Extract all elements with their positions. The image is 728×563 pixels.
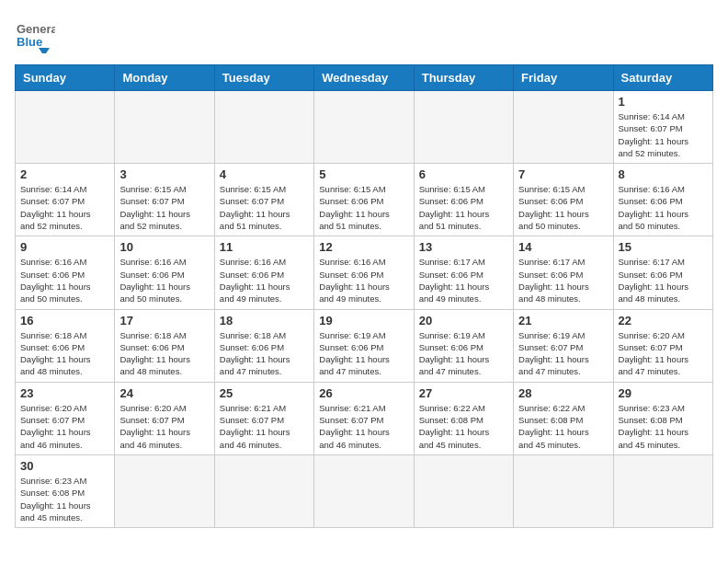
calendar-cell [16,91,115,164]
day-info: Sunrise: 6:22 AM Sunset: 6:08 PM Dayligh… [518,402,608,451]
calendar-cell: 12Sunrise: 6:16 AM Sunset: 6:06 PM Dayli… [314,236,414,309]
logo-icon: General Blue [15,15,55,55]
day-number: 8 [619,167,708,181]
calendar-cell: 1Sunrise: 6:14 AM Sunset: 6:07 PM Daylig… [613,91,712,164]
day-info: Sunrise: 6:15 AM Sunset: 6:07 PM Dayligh… [220,183,309,232]
logo: General Blue [15,15,55,55]
day-info: Sunrise: 6:18 AM Sunset: 6:06 PM Dayligh… [220,329,309,378]
day-header-sunday: Sunday [16,65,115,91]
day-number: 3 [119,167,209,181]
calendar-cell [115,91,214,164]
calendar-cell: 5Sunrise: 6:15 AM Sunset: 6:06 PM Daylig… [314,164,414,236]
day-number: 2 [20,167,109,181]
calendar-cell [314,91,414,164]
day-header-thursday: Thursday [414,65,513,91]
day-number: 12 [319,240,408,254]
calendar-cell: 4Sunrise: 6:15 AM Sunset: 6:07 PM Daylig… [214,164,313,236]
calendar-cell: 16Sunrise: 6:18 AM Sunset: 6:06 PM Dayli… [16,309,115,382]
calendar-week-row: 2Sunrise: 6:14 AM Sunset: 6:07 PM Daylig… [16,164,713,236]
day-info: Sunrise: 6:19 AM Sunset: 6:06 PM Dayligh… [319,329,408,378]
day-info: Sunrise: 6:14 AM Sunset: 6:07 PM Dayligh… [20,183,109,232]
calendar-week-row: 23Sunrise: 6:20 AM Sunset: 6:07 PM Dayli… [16,382,713,454]
day-info: Sunrise: 6:17 AM Sunset: 6:06 PM Dayligh… [619,256,708,304]
calendar-cell [414,454,513,527]
calendar-cell: 10Sunrise: 6:16 AM Sunset: 6:06 PM Dayli… [115,236,214,309]
calendar-cell: 18Sunrise: 6:18 AM Sunset: 6:06 PM Dayli… [214,309,313,382]
day-number: 6 [419,167,508,181]
calendar-cell: 8Sunrise: 6:16 AM Sunset: 6:06 PM Daylig… [613,164,712,236]
calendar-cell: 26Sunrise: 6:21 AM Sunset: 6:07 PM Dayli… [314,382,414,454]
day-number: 29 [619,386,708,400]
calendar-cell: 14Sunrise: 6:17 AM Sunset: 6:06 PM Dayli… [514,236,613,309]
day-info: Sunrise: 6:15 AM Sunset: 6:06 PM Dayligh… [518,183,608,232]
calendar-cell: 24Sunrise: 6:20 AM Sunset: 6:07 PM Dayli… [115,382,214,454]
calendar-cell: 13Sunrise: 6:17 AM Sunset: 6:06 PM Dayli… [414,236,513,309]
calendar-cell: 11Sunrise: 6:16 AM Sunset: 6:06 PM Dayli… [214,236,313,309]
day-number: 23 [20,386,109,400]
calendar-header-row: SundayMondayTuesdayWednesdayThursdayFrid… [16,65,713,91]
header: General Blue [15,15,713,55]
day-number: 7 [518,167,608,181]
day-number: 15 [619,240,708,254]
calendar-cell [414,91,513,164]
calendar-cell: 6Sunrise: 6:15 AM Sunset: 6:06 PM Daylig… [414,164,513,236]
day-number: 30 [20,459,109,473]
calendar-cell: 7Sunrise: 6:15 AM Sunset: 6:06 PM Daylig… [514,164,613,236]
day-number: 10 [119,240,209,254]
calendar-cell [514,91,613,164]
day-number: 11 [220,240,309,254]
day-info: Sunrise: 6:14 AM Sunset: 6:07 PM Dayligh… [619,110,708,159]
day-number: 24 [119,386,209,400]
day-info: Sunrise: 6:17 AM Sunset: 6:06 PM Dayligh… [419,256,508,304]
calendar-cell [214,454,313,527]
calendar-cell: 20Sunrise: 6:19 AM Sunset: 6:06 PM Dayli… [414,309,513,382]
day-info: Sunrise: 6:15 AM Sunset: 6:07 PM Dayligh… [119,183,209,232]
day-number: 25 [220,386,309,400]
day-number: 28 [518,386,608,400]
day-header-wednesday: Wednesday [314,65,414,91]
day-info: Sunrise: 6:15 AM Sunset: 6:06 PM Dayligh… [319,183,408,232]
calendar-cell: 30Sunrise: 6:23 AM Sunset: 6:08 PM Dayli… [16,454,115,527]
calendar-cell: 22Sunrise: 6:20 AM Sunset: 6:07 PM Dayli… [613,309,712,382]
day-header-tuesday: Tuesday [214,65,313,91]
day-info: Sunrise: 6:16 AM Sunset: 6:06 PM Dayligh… [20,256,109,304]
day-info: Sunrise: 6:23 AM Sunset: 6:08 PM Dayligh… [619,402,708,451]
calendar-cell: 3Sunrise: 6:15 AM Sunset: 6:07 PM Daylig… [115,164,214,236]
day-info: Sunrise: 6:16 AM Sunset: 6:06 PM Dayligh… [319,256,408,304]
calendar-cell [214,91,313,164]
day-number: 22 [619,314,708,327]
day-number: 27 [419,386,508,400]
svg-text:General: General [17,22,55,36]
calendar-table: SundayMondayTuesdayWednesdayThursdayFrid… [15,64,713,528]
calendar-cell: 27Sunrise: 6:22 AM Sunset: 6:08 PM Dayli… [414,382,513,454]
day-number: 14 [518,240,608,254]
day-info: Sunrise: 6:16 AM Sunset: 6:06 PM Dayligh… [220,256,309,304]
calendar-cell: 19Sunrise: 6:19 AM Sunset: 6:06 PM Dayli… [314,309,414,382]
calendar-cell: 28Sunrise: 6:22 AM Sunset: 6:08 PM Dayli… [514,382,613,454]
calendar-week-row: 30Sunrise: 6:23 AM Sunset: 6:08 PM Dayli… [16,454,713,527]
calendar-cell [514,454,613,527]
day-header-monday: Monday [115,65,214,91]
calendar-week-row: 1Sunrise: 6:14 AM Sunset: 6:07 PM Daylig… [16,91,713,164]
day-info: Sunrise: 6:17 AM Sunset: 6:06 PM Dayligh… [518,256,608,304]
calendar-cell: 29Sunrise: 6:23 AM Sunset: 6:08 PM Dayli… [613,382,712,454]
day-number: 1 [619,95,708,109]
day-info: Sunrise: 6:22 AM Sunset: 6:08 PM Dayligh… [419,402,508,451]
svg-text:Blue: Blue [17,35,42,49]
calendar-cell: 15Sunrise: 6:17 AM Sunset: 6:06 PM Dayli… [613,236,712,309]
day-number: 9 [20,240,109,254]
day-header-friday: Friday [514,65,613,91]
day-info: Sunrise: 6:20 AM Sunset: 6:07 PM Dayligh… [119,402,209,451]
day-number: 18 [220,314,309,327]
day-info: Sunrise: 6:23 AM Sunset: 6:08 PM Dayligh… [20,475,109,523]
day-info: Sunrise: 6:16 AM Sunset: 6:06 PM Dayligh… [619,183,708,232]
calendar-cell: 23Sunrise: 6:20 AM Sunset: 6:07 PM Dayli… [16,382,115,454]
calendar-cell [314,454,414,527]
day-number: 13 [419,240,508,254]
calendar-cell: 21Sunrise: 6:19 AM Sunset: 6:07 PM Dayli… [514,309,613,382]
day-info: Sunrise: 6:19 AM Sunset: 6:07 PM Dayligh… [518,329,608,378]
day-number: 21 [518,314,608,327]
calendar-cell: 2Sunrise: 6:14 AM Sunset: 6:07 PM Daylig… [16,164,115,236]
day-info: Sunrise: 6:15 AM Sunset: 6:06 PM Dayligh… [419,183,508,232]
day-info: Sunrise: 6:19 AM Sunset: 6:06 PM Dayligh… [419,329,508,378]
